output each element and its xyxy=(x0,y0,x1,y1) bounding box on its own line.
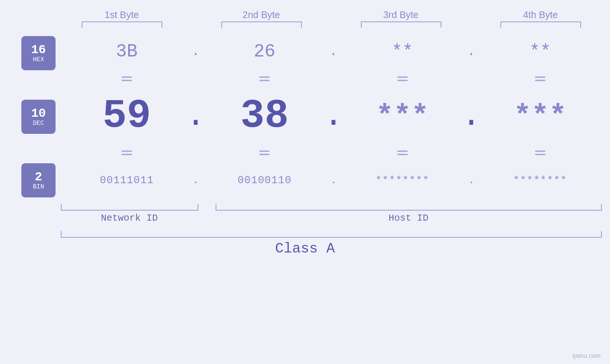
dec-dot-3: . xyxy=(461,91,481,141)
dec-dot-1: . xyxy=(186,91,206,141)
hex-val-2: 26 xyxy=(254,41,276,62)
bin-val-2: 00100110 xyxy=(238,175,292,187)
bin-dot-2: . xyxy=(330,175,337,187)
dec-val-1: 59 xyxy=(103,93,151,139)
bin-val-4: ******** xyxy=(513,175,567,187)
eq-icon-8 xyxy=(535,150,545,155)
byte-label-1: 1st Byte xyxy=(104,9,139,20)
bottom-bracket-network xyxy=(61,204,198,211)
hex-row: 3B . 26 . ** . ** xyxy=(66,32,601,70)
top-bracket-1 xyxy=(82,21,162,28)
top-bracket-3 xyxy=(361,21,441,28)
bin-dot-3: . xyxy=(468,175,474,187)
main-container: 1st Byte 2nd Byte 3rd Byte 4th Byte xyxy=(0,0,610,364)
hex-dot-3: . xyxy=(467,44,475,59)
dec-val-4: *** xyxy=(514,99,567,133)
dec-row: 59 . 38 . *** . *** xyxy=(66,87,601,144)
watermark: ipshu.com xyxy=(572,352,601,359)
bottom-brackets-row xyxy=(61,204,602,211)
network-id-label: Network ID xyxy=(101,213,158,224)
top-bracket-2 xyxy=(221,21,302,28)
rows-wrapper: 16 HEX 10 DEC 2 BIN 3B . xyxy=(0,32,610,201)
class-bracket xyxy=(61,231,602,238)
badge-dec: 10 DEC xyxy=(21,100,56,134)
bin-row: 00111011 . 00100110 . ******** . xyxy=(66,161,601,199)
dec-dot-2: . xyxy=(324,91,344,141)
hex-dot-2: . xyxy=(329,44,338,59)
eq-row-2 xyxy=(66,144,601,161)
badges-column: 16 HEX 10 DEC 2 BIN xyxy=(21,32,66,201)
eq-icon-1 xyxy=(122,76,132,81)
badge-hex: 16 HEX xyxy=(21,36,56,70)
eq-icon-7 xyxy=(397,150,408,155)
eq-icon-3 xyxy=(397,76,408,81)
hex-val-1: 3B xyxy=(116,41,138,62)
dec-val-2: 38 xyxy=(240,93,289,139)
byte-label-2: 2nd Byte xyxy=(243,9,280,20)
byte-label-3: 3rd Byte xyxy=(383,9,418,20)
class-label: Class A xyxy=(275,241,335,257)
bin-dot-1: . xyxy=(193,175,199,187)
bottom-labels-row: Network ID Host ID xyxy=(61,213,602,224)
hex-val-3: ** xyxy=(392,41,413,62)
badge-bin: 2 BIN xyxy=(21,163,56,197)
bottom-bracket-host xyxy=(216,204,602,211)
hex-val-4: ** xyxy=(529,41,551,62)
eq-row-1 xyxy=(66,70,601,87)
host-id-label: Host ID xyxy=(388,213,428,224)
bin-val-3: ******** xyxy=(375,175,430,187)
eq-icon-5 xyxy=(122,150,132,155)
bin-val-1: 00111011 xyxy=(100,175,154,187)
hex-dot-1: . xyxy=(192,44,200,59)
data-columns: 3B . 26 . ** . ** xyxy=(66,32,601,201)
class-label-container: Class A xyxy=(0,241,610,257)
top-bracket-4 xyxy=(500,21,581,28)
eq-icon-4 xyxy=(535,76,545,81)
byte-label-4: 4th Byte xyxy=(523,9,558,20)
eq-icon-6 xyxy=(259,150,270,155)
dec-val-3: *** xyxy=(376,99,429,133)
eq-icon-2 xyxy=(259,76,270,81)
